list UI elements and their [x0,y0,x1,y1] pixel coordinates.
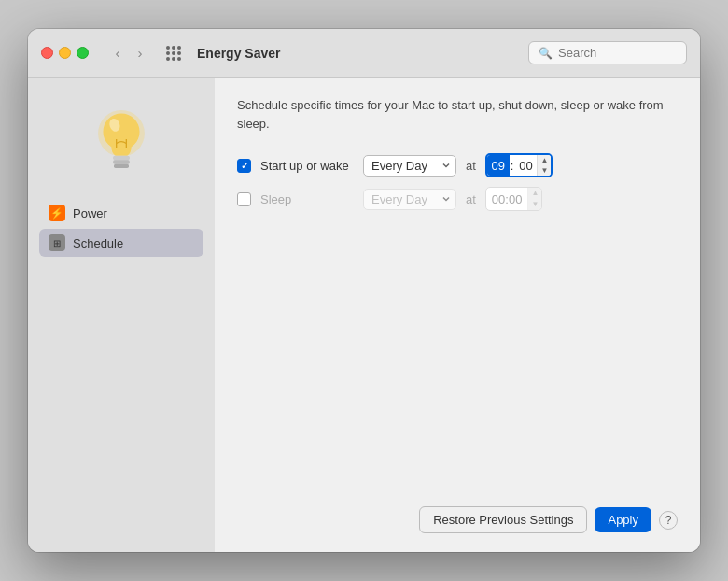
startup-minutes-input[interactable] [514,155,537,176]
svg-rect-4 [114,164,129,168]
sleep-time-display: 00:00 [486,191,528,208]
window-title: Energy Saver [197,46,519,61]
startup-checkbox[interactable] [237,159,251,173]
power-icon: ⚡ [49,205,65,221]
schedule-row-startup: Start up or wake Every Day Weekdays Week… [237,153,678,177]
restore-button[interactable]: Restore Previous Settings [419,506,587,533]
sleep-time-down[interactable]: ▼ [528,199,541,210]
startup-label: Start up or wake [260,159,354,173]
back-arrow[interactable]: ‹ [107,43,128,64]
search-input[interactable] [558,46,677,60]
sleep-at-label: at [466,192,476,206]
startup-time-up[interactable]: ▲ [538,155,551,165]
schedule-icon: ⊞ [49,234,65,251]
search-box[interactable]: 🔍 [528,41,687,64]
sidebar-label-schedule: Schedule [73,236,123,250]
titlebar: ‹ › Energy Saver 🔍 [28,29,700,78]
grid-icon[interactable] [163,43,184,64]
schedule-row-sleep: Sleep Every Day Weekdays Weekends at 00:… [237,187,678,211]
sidebar: ⚡ Power ⊞ Schedule [28,78,215,552]
sleep-time-input: 00:00 ▲ ▼ [485,187,542,211]
svg-point-1 [103,113,139,149]
sleep-time-stepper: ▲ ▼ [527,188,541,210]
traffic-lights [41,47,89,59]
startup-time-down[interactable]: ▼ [538,165,551,176]
body: ⚡ Power ⊞ Schedule Schedule specific tim… [28,78,700,552]
help-button[interactable]: ? [659,511,678,530]
apply-button[interactable]: Apply [595,507,651,532]
sleep-schedule-dropdown[interactable]: Every Day Weekdays Weekends [363,189,456,210]
svg-rect-3 [113,160,130,163]
minimize-button[interactable] [59,47,71,59]
startup-schedule-dropdown[interactable]: Every Day Weekdays Weekends [363,155,456,177]
sidebar-item-schedule[interactable]: ⊞ Schedule [39,229,203,257]
nav-arrows: ‹ › [107,43,150,64]
description-text: Schedule specific times for your Mac to … [237,96,678,133]
startup-time-stepper: ▲ ▼ [537,155,551,176]
search-icon: 🔍 [539,47,553,60]
sleep-time-up[interactable]: ▲ [528,188,541,199]
startup-hours-input[interactable] [487,155,510,176]
lightbulb-icon [84,102,159,177]
main-window: ‹ › Energy Saver 🔍 [28,29,700,552]
startup-at-label: at [466,159,476,173]
schedule-rows: Start up or wake Every Day Weekdays Week… [237,153,678,211]
sidebar-item-power[interactable]: ⚡ Power [39,199,203,227]
sleep-checkbox[interactable] [237,192,251,206]
sidebar-items: ⚡ Power ⊞ Schedule [39,199,203,257]
main-content: Schedule specific times for your Mac to … [215,78,700,552]
close-button[interactable] [41,47,53,59]
sidebar-label-power: Power [73,206,107,220]
maximize-button[interactable] [77,47,89,59]
forward-arrow[interactable]: › [130,43,150,64]
startup-time-input: : ▲ ▼ [485,153,553,177]
bottom-bar: Restore Previous Settings Apply ? [237,491,678,533]
sleep-label: Sleep [260,192,354,206]
svg-rect-2 [113,156,130,160]
